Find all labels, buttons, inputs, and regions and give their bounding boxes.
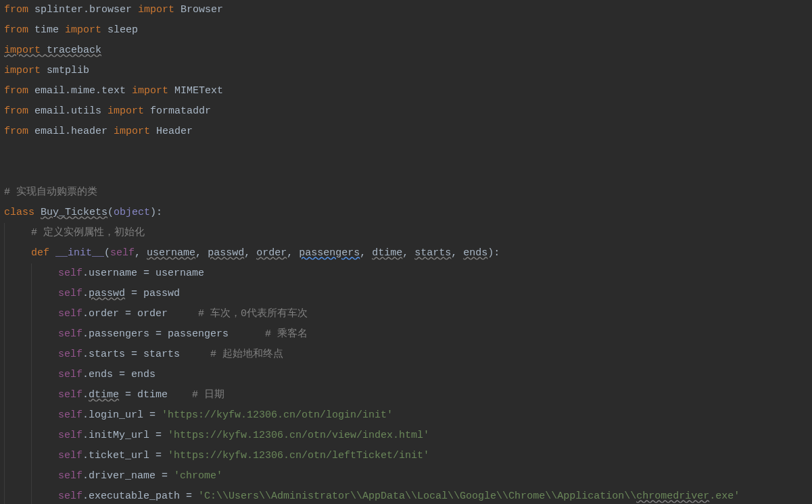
code-token: dtime	[89, 389, 119, 401]
code-line[interactable]: self.username = username	[4, 263, 812, 284]
indent-guide	[4, 446, 31, 466]
code-line[interactable]: self.executable_path = 'C:\\Users\\Admin…	[4, 486, 812, 504]
code-token: = dtime	[119, 389, 192, 401]
code-token: ,	[244, 247, 256, 259]
indent-guide	[4, 385, 31, 405]
indent-guide	[31, 263, 58, 284]
code-line[interactable]: import smtplib	[4, 61, 812, 81]
code-token: .initMy_url =	[82, 430, 168, 441]
code-token: def	[31, 247, 49, 259]
code-token: .driver_name =	[82, 470, 174, 482]
code-line[interactable]: self.starts = starts # 起始地和终点	[4, 345, 812, 365]
code-line[interactable]: # 定义实例属性，初始化	[4, 223, 812, 243]
code-token	[49, 247, 55, 259]
indent-guide	[4, 263, 31, 284]
indent-guide	[31, 284, 58, 304]
code-token: .	[82, 288, 89, 299]
code-token: = passwd	[125, 288, 180, 299]
code-line[interactable]: class Buy_Tickets(object):	[4, 203, 812, 223]
code-token: .login_url =	[82, 409, 162, 421]
indent-guide	[31, 324, 58, 345]
code-token: __init__	[55, 247, 104, 259]
code-token: .order = order	[82, 308, 198, 320]
code-token: chromedriver	[636, 490, 709, 502]
code-token: self	[58, 349, 82, 360]
code-token: ,	[195, 247, 208, 259]
code-token: import	[4, 65, 41, 76]
code-token: .exe'	[709, 490, 740, 502]
code-line[interactable]: self.passwd = passwd	[4, 284, 812, 304]
code-line[interactable]: from email.utils import formataddr	[4, 101, 812, 122]
indent-guide	[4, 466, 31, 486]
code-token: # 起始地和终点	[210, 349, 283, 360]
code-line[interactable]	[4, 142, 812, 162]
code-token: .executable_path =	[82, 490, 198, 502]
indent-guide	[31, 486, 58, 504]
code-token: from	[4, 85, 28, 97]
code-token: passengers	[299, 247, 360, 259]
code-line[interactable]: self.order = order # 车次，0代表所有车次	[4, 304, 812, 324]
code-token: (	[104, 247, 110, 259]
code-token: ):	[150, 207, 162, 218]
indent-guide	[4, 365, 31, 385]
indent-guide	[31, 345, 58, 365]
code-token: self	[110, 247, 135, 259]
code-line[interactable]: self.login_url = 'https://kyfw.12306.cn/…	[4, 405, 812, 426]
code-token: .username = username	[82, 268, 204, 279]
code-line[interactable]: # 实现自动购票的类	[4, 182, 812, 203]
code-token: email.header	[28, 126, 114, 137]
indent-guide	[4, 486, 31, 504]
code-token: from	[4, 105, 28, 117]
code-token: # 定义实例属性，初始化	[31, 227, 145, 238]
code-token: smtplib	[41, 65, 89, 76]
code-token: Header	[150, 126, 193, 137]
code-token: passwd	[208, 247, 244, 259]
code-token: email.utils	[28, 105, 108, 117]
code-token: self	[58, 328, 82, 340]
code-line[interactable]: self.ticket_url = 'https://kyfw.12306.cn…	[4, 446, 812, 466]
code-line[interactable]: self.driver_name = 'chrome'	[4, 466, 812, 486]
code-line[interactable]: self.passengers = passengers # 乘客名	[4, 324, 812, 345]
code-token: (	[108, 207, 114, 218]
code-token: Buy_Tickets	[41, 207, 108, 218]
code-token	[34, 207, 41, 218]
code-line[interactable]: from splinter.browser import Browser	[4, 0, 812, 20]
code-line[interactable]	[4, 162, 812, 182]
code-token: 'https://kyfw.12306.cn/otn/leftTicket/in…	[168, 450, 429, 461]
indent-guide	[31, 385, 58, 405]
code-token: # 车次，0代表所有车次	[198, 308, 308, 320]
code-line[interactable]: self.dtime = dtime # 日期	[4, 385, 812, 405]
code-token: self	[58, 389, 82, 401]
code-token: .ends = ends	[82, 369, 156, 380]
code-token: # 乘客名	[265, 328, 308, 340]
code-token: self	[58, 409, 82, 421]
code-line[interactable]: self.initMy_url = 'https://kyfw.12306.cn…	[4, 426, 812, 446]
code-token: from	[4, 24, 28, 36]
code-line[interactable]: import traceback	[4, 41, 812, 61]
code-token: MIMEText	[168, 85, 223, 97]
code-token: .ticket_url =	[82, 450, 168, 461]
code-line[interactable]: def __init__(self, username, passwd, ord…	[4, 243, 812, 263]
indent-guide	[31, 426, 58, 446]
indent-guide	[4, 284, 31, 304]
code-token: object	[114, 207, 150, 218]
code-line[interactable]: self.ends = ends	[4, 365, 812, 385]
code-token: traceback	[41, 45, 101, 56]
code-token: sleep	[101, 24, 138, 36]
code-line[interactable]: from email.mime.text import MIMEText	[4, 81, 812, 101]
code-token: ,	[135, 247, 147, 259]
code-token: import	[132, 85, 168, 97]
code-token: 'https://kyfw.12306.cn/otn/view/index.ht…	[168, 430, 429, 441]
code-line[interactable]: from email.header import Header	[4, 122, 812, 142]
code-token: .	[82, 389, 89, 401]
code-token: Browser	[174, 4, 223, 16]
code-token: ,	[451, 247, 463, 259]
indent-guide	[31, 466, 58, 486]
code-token: ,	[360, 247, 372, 259]
indent-guide	[31, 304, 58, 324]
code-token: formataddr	[144, 105, 211, 117]
code-token: 'chrome'	[174, 470, 222, 482]
code-token: import	[108, 105, 144, 117]
code-editor[interactable]: from splinter.browser import Browserfrom…	[0, 0, 812, 504]
code-line[interactable]: from time import sleep	[4, 20, 812, 41]
